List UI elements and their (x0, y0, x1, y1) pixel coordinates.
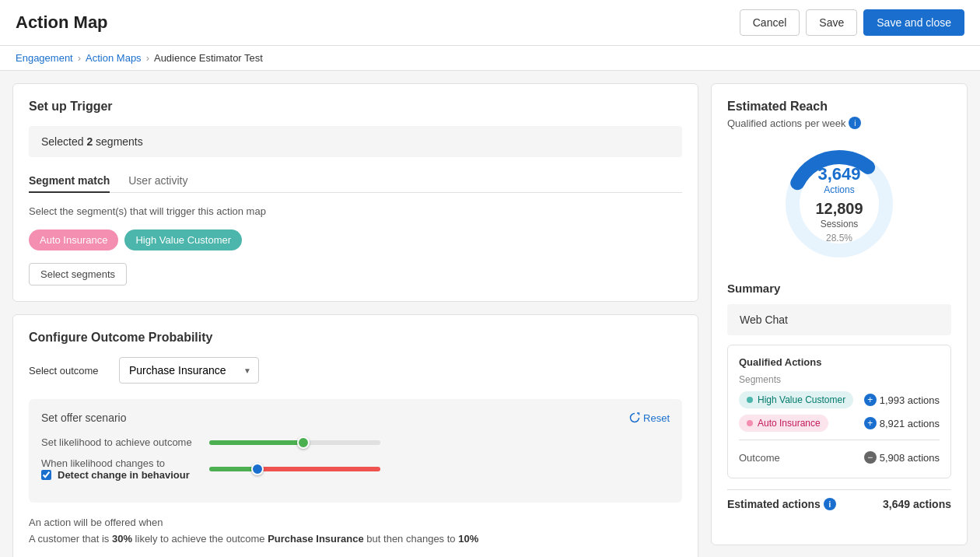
page-title: Action Map (16, 12, 108, 33)
plus-icon-high-value: + (864, 394, 877, 406)
slider2-track (209, 467, 380, 471)
qualified-actions-label: Qualified actions per week i (727, 117, 951, 129)
trigger-card: Set up Trigger Selected 2 segments Segme… (12, 83, 698, 302)
donut-container: 3,649 Actions 12,809 Sessions 28.5% (727, 142, 951, 266)
tab-user-activity[interactable]: User activity (128, 170, 187, 193)
donut-percentage: 28.5% (815, 233, 863, 243)
tab-description: Select the segment(s) that will trigger … (29, 205, 682, 217)
segment-label-high-value: High Value Customer (758, 394, 845, 405)
qualified-title: Qualified Actions (739, 356, 940, 368)
outcome-card-title: Configure Outcome Probability (29, 331, 682, 345)
left-panel: Set up Trigger Selected 2 segments Segme… (12, 83, 698, 545)
reset-label: Reset (643, 412, 670, 424)
desc-middle: likely to achieve the outcome (135, 533, 265, 545)
scenario-title: Set offer scenario (41, 412, 126, 424)
slider2-thumb[interactable] (251, 463, 264, 475)
checkbox-label: Detect change in behaviour (58, 469, 190, 481)
detect-change-checkbox[interactable] (41, 470, 51, 480)
breadcrumb-current: Audience Estimator Test (154, 52, 263, 64)
segment-pill-auto: Auto Insurance (739, 415, 828, 432)
slider-row-1: Set likelihood to achieve outcome (41, 436, 670, 448)
slider1-thumb[interactable] (297, 436, 310, 449)
outcome-actions-value: 5,908 actions (880, 452, 940, 464)
cancel-button[interactable]: Cancel (740, 9, 800, 36)
slider1-container[interactable] (209, 440, 380, 445)
select-outcome-row: Select outcome Purchase Insurance (29, 357, 682, 384)
plus-icon-auto: + (864, 417, 877, 429)
divider (739, 440, 940, 440)
slider1-track (209, 440, 380, 445)
outcome-row: Outcome − 5,908 actions (739, 448, 940, 467)
segment-tag-auto-insurance: Auto Insurance (29, 229, 118, 250)
checkbox-row: Detect change in behaviour (41, 469, 197, 481)
breadcrumb-action-maps[interactable]: Action Maps (86, 52, 142, 64)
desc-pct1: 30% (112, 533, 132, 545)
segment-row-auto: Auto Insurance + 8,921 actions (739, 415, 940, 432)
breadcrumb-sep2: › (146, 52, 149, 64)
scenario-box: Set offer scenario Reset Set likelihood … (29, 399, 682, 503)
scenario-header: Set offer scenario Reset (41, 412, 670, 424)
actions-count-high-value: + 1,993 actions (864, 394, 940, 406)
donut-chart: 3,649 Actions 12,809 Sessions 28.5% (777, 142, 901, 266)
trigger-card-title: Set up Trigger (29, 100, 682, 114)
reset-icon (629, 412, 640, 423)
segment-label-auto: Auto Insurance (758, 418, 821, 429)
right-panel: Estimated Reach Qualified actions per we… (711, 83, 968, 545)
breadcrumb: Engagement › Action Maps › Audience Esti… (0, 46, 980, 71)
donut-actions-value: 3,649 (815, 164, 863, 184)
select-outcome-label: Select outcome (29, 365, 107, 377)
donut-sessions-label: Sessions (815, 219, 863, 229)
segment-count: 2 (86, 135, 93, 148)
qualified-section: Qualified Actions Segments High Value Cu… (727, 345, 951, 478)
header: Action Map Cancel Save Save and close (0, 0, 980, 46)
outcome-card: Configure Outcome Probability Select out… (12, 314, 698, 557)
segments-selected: Auto Insurance High Value Customer (29, 229, 682, 250)
segment-row-high-value: High Value Customer + 1,993 actions (739, 391, 940, 408)
action-description: An action will be offered when A custome… (29, 515, 682, 548)
desc-text1: A customer that is (29, 533, 109, 545)
donut-actions-label: Actions (815, 184, 863, 195)
donut-center: 3,649 Actions 12,809 Sessions 28.5% (815, 164, 863, 243)
segment-pill-high-value: High Value Customer (739, 391, 853, 408)
outcome-dropdown[interactable]: Purchase Insurance (119, 357, 259, 384)
estimated-row: Estimated actions i 3,649 actions (727, 489, 951, 510)
estimated-label: Estimated actions i (727, 498, 836, 510)
breadcrumb-engagement[interactable]: Engagement (16, 52, 73, 64)
outcome-select[interactable]: Purchase Insurance (119, 357, 259, 384)
estimated-value: 3,649 actions (883, 498, 951, 510)
outcome-actions-count: − 5,908 actions (864, 451, 940, 464)
slider2-label-group: When likelihood changes to Detect change… (41, 457, 197, 481)
select-segments-button[interactable]: Select segments (29, 263, 127, 286)
slider2-label: When likelihood changes to (41, 457, 197, 469)
estimated-info-icon[interactable]: i (824, 498, 836, 510)
segment-tag-high-value: High Value Customer (124, 229, 242, 250)
actions-value-auto: 8,921 actions (880, 418, 940, 429)
dot-teal (747, 397, 753, 403)
tabs: Segment match User activity (29, 170, 682, 193)
web-chat-row: Web Chat (727, 304, 951, 335)
save-close-button[interactable]: Save and close (863, 9, 964, 36)
actions-value-high-value: 1,993 actions (880, 394, 940, 406)
slider2-container[interactable] (209, 467, 380, 471)
reset-button[interactable]: Reset (629, 412, 670, 424)
breadcrumb-sep1: › (78, 52, 81, 64)
outcome-label: Outcome (739, 452, 780, 464)
tab-segment-match[interactable]: Segment match (29, 170, 110, 193)
slider-row-2: When likelihood changes to Detect change… (41, 457, 670, 481)
desc-line1: An action will be offered when (29, 515, 682, 531)
minus-icon: − (864, 451, 877, 464)
donut-sessions-value: 12,809 (815, 198, 863, 219)
dot-pink (747, 420, 753, 426)
segments-subtitle: Segments (739, 374, 940, 385)
info-icon[interactable]: i (849, 117, 861, 129)
save-button[interactable]: Save (806, 9, 857, 36)
estimated-reach-title: Estimated Reach (727, 100, 951, 114)
segment-info: Selected 2 segments (29, 126, 682, 157)
header-actions: Cancel Save Save and close (740, 9, 964, 36)
main-content: Set up Trigger Selected 2 segments Segme… (0, 71, 980, 557)
desc-suffix: but then changes to (366, 533, 455, 545)
desc-outcome: Purchase Insurance (268, 533, 364, 545)
desc-pct2: 10% (458, 533, 478, 545)
summary-title: Summary (727, 282, 951, 295)
desc-line2: A customer that is 30% likely to achieve… (29, 531, 682, 548)
